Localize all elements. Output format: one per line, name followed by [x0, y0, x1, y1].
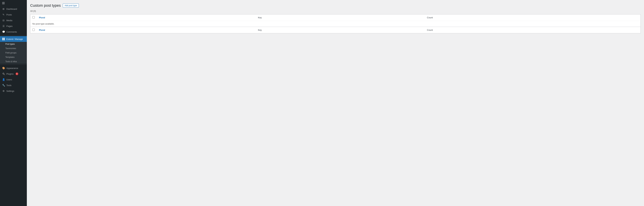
sidebar-item-label: Dashboard — [6, 8, 17, 10]
table-header-row: Plural Key Count — [30, 15, 641, 21]
svg-rect-3 — [4, 39, 5, 40]
th-checkbox — [30, 15, 37, 21]
sidebar-item-comments[interactable]: 💬 Comments — [0, 29, 27, 35]
svg-rect-1 — [4, 38, 5, 39]
wp-logo-icon: ⊞ — [2, 1, 5, 5]
sidebar-submenu-extend: Post types Taxonomies Field groups Templ… — [0, 42, 27, 64]
sidebar-submenu-post-types[interactable]: Post types — [0, 42, 27, 46]
filter-bar: All (0) — [30, 10, 641, 12]
sidebar-item-pages[interactable]: ☰ Pages — [0, 23, 27, 29]
table-foot: Plural Key Count — [30, 27, 641, 33]
tfoot-plural-label: Plural — [39, 29, 45, 31]
sidebar-item-appearance[interactable]: 🎨 Appearance — [0, 65, 27, 71]
sidebar-item-posts[interactable]: ✎ Posts — [0, 12, 27, 18]
sidebar-item-tools[interactable]: 🔧 Tools — [0, 82, 27, 88]
pages-icon: ☰ — [2, 25, 5, 28]
sidebar-item-plugins[interactable]: 🔌 Plugins 8 — [0, 71, 27, 77]
comments-icon: 💬 — [2, 30, 5, 33]
svg-rect-0 — [2, 38, 3, 39]
th-key-label: Key — [258, 16, 262, 19]
sidebar-item-settings[interactable]: ⚙ Settings — [0, 88, 27, 94]
sidebar: ⊞ ⊞ Dashboard ✎ Posts ⊟ Media ☰ Pages 💬 … — [0, 0, 27, 206]
dashboard-icon: ⊞ — [2, 8, 5, 11]
sidebar-item-dashboard[interactable]: ⊞ Dashboard — [0, 6, 27, 12]
th-plural[interactable]: Plural — [37, 15, 256, 21]
th-key: Key — [256, 15, 425, 21]
sidebar-item-label: Plugins — [6, 73, 14, 75]
sidebar-divider-2 — [0, 64, 27, 65]
filter-label: All — [30, 10, 32, 12]
filter-count: (0) — [33, 10, 36, 12]
table-body: No post type available. — [30, 21, 641, 27]
appearance-icon: 🎨 — [2, 67, 5, 70]
sidebar-item-label: Comments — [6, 31, 17, 33]
th-plural-label: Plural — [39, 16, 45, 19]
page-header: Custom post types Add post type — [30, 3, 641, 8]
sidebar-item-label: Tools — [6, 84, 12, 87]
sidebar-divider-1 — [0, 35, 27, 36]
table-footer-row: Plural Key Count — [30, 27, 641, 33]
sidebar-item-label: Appearance — [6, 67, 18, 69]
content-area: Custom post types Add post type All (0) … — [27, 0, 644, 206]
sidebar-submenu-tools-infos[interactable]: Tools & Infos — [0, 59, 27, 64]
filter-all-link[interactable]: All (0) — [30, 10, 36, 12]
sidebar-submenu-taxonomies[interactable]: Taxonomies — [0, 46, 27, 51]
empty-message: No post type available. — [30, 21, 641, 27]
plugins-icon: 🔌 — [2, 72, 5, 75]
tfoot-th-key: Key — [256, 27, 425, 33]
settings-icon: ⚙ — [2, 89, 5, 92]
tfoot-th-plural[interactable]: Plural — [37, 27, 256, 33]
plugins-badge: 8 — [16, 72, 18, 75]
media-icon: ⊟ — [2, 19, 5, 22]
select-all-checkbox-footer[interactable] — [32, 29, 35, 31]
sidebar-item-label: Users — [6, 78, 12, 81]
main-content: Custom post types Add post type All (0) … — [27, 0, 644, 206]
sidebar-item-label: Settings — [6, 90, 14, 92]
sidebar-logo: ⊞ — [0, 0, 27, 6]
tools-icon: 🔧 — [2, 84, 5, 87]
extend-manage-icon — [2, 38, 5, 41]
sidebar-item-media[interactable]: ⊟ Media — [0, 18, 27, 23]
table-head: Plural Key Count — [30, 15, 641, 21]
sidebar-item-extend-manage[interactable]: Extend / Manage — [0, 36, 27, 42]
sidebar-item-label: Extend / Manage — [6, 38, 23, 40]
sidebar-item-label: Posts — [6, 14, 12, 16]
table-row-empty: No post type available. — [30, 21, 641, 27]
page-title: Custom post types — [30, 3, 61, 8]
sidebar-submenu-templates[interactable]: Templates — [0, 55, 27, 59]
post-types-table: Plural Key Count No post type available. — [30, 14, 641, 33]
tfoot-key-label: Key — [258, 29, 262, 31]
th-count: Count — [425, 15, 641, 21]
sidebar-submenu-field-groups[interactable]: Field groups — [0, 51, 27, 55]
tfoot-th-checkbox — [30, 27, 37, 33]
svg-rect-2 — [2, 39, 3, 40]
posts-icon: ✎ — [2, 13, 5, 16]
sidebar-item-label: Pages — [6, 25, 12, 27]
sidebar-item-users[interactable]: 👤 Users — [0, 77, 27, 82]
tfoot-th-count: Count — [425, 27, 641, 33]
select-all-checkbox[interactable] — [32, 16, 35, 19]
tfoot-count-label: Count — [427, 29, 433, 31]
th-count-label: Count — [427, 16, 433, 19]
add-post-type-button[interactable]: Add post type — [63, 4, 79, 8]
users-icon: 👤 — [2, 78, 5, 81]
sidebar-item-label: Media — [6, 19, 12, 22]
